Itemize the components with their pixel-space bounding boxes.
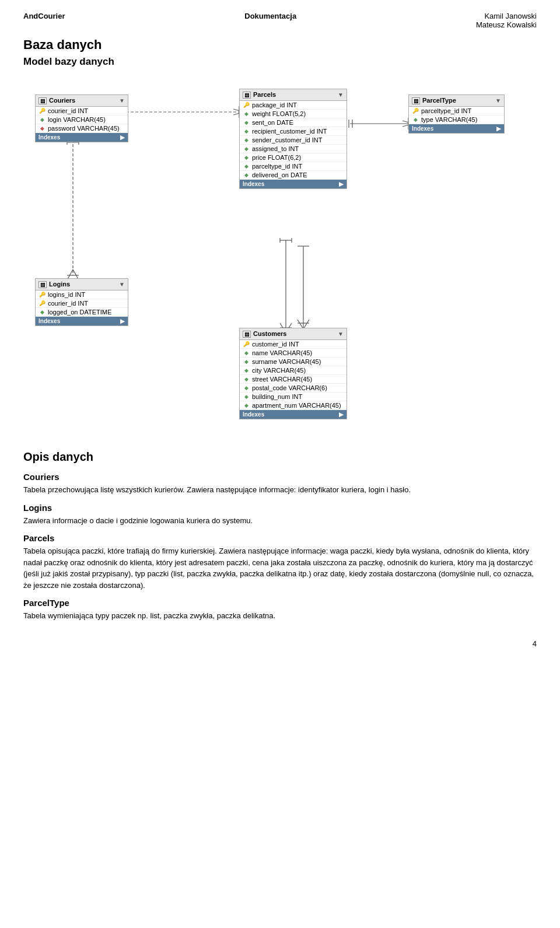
couriers-desc: Tabela przechowująca listę wszystkich ku… <box>23 484 537 496</box>
parcels-desc: Tabela opisująca paczki, które trafiają … <box>23 545 537 591</box>
header-right: Kamil Janowski Mateusz Kowalski <box>476 12 537 29</box>
field-row: ◆ postal_code VARCHAR(6) <box>240 384 346 393</box>
customers-title: Customers <box>253 330 286 337</box>
logins-title: Logins <box>49 281 70 288</box>
logins-desc: Zawiera informacje o dacie i godzinie lo… <box>23 515 537 527</box>
key-icon: 🔑 <box>38 300 46 307</box>
couriers-heading: Couriers <box>23 472 537 482</box>
table-icon: ▤ <box>38 97 47 104</box>
field-row: ◆ type VARCHAR(45) <box>409 115 504 124</box>
parceltype-title: ParcelType <box>422 97 456 104</box>
logins-indexes: Indexes ▶ <box>36 317 128 325</box>
field-row: ◆ delivered_on DATE <box>240 171 346 180</box>
sub-title: Model bazy danych <box>23 56 537 68</box>
diamond-icon: ◆ <box>243 402 250 409</box>
indexes-arrow: ▶ <box>496 125 501 132</box>
field-row: 🔑 package_id INT <box>240 101 346 110</box>
couriers-arrow: ▼ <box>119 97 125 104</box>
parcels-title: Parcels <box>253 91 276 98</box>
field-row: ◆ recipient_customer_id INT <box>240 127 346 136</box>
indexes-arrow: ▶ <box>120 318 125 324</box>
table-icon: ▤ <box>243 92 251 99</box>
diamond-icon: ◆ <box>243 145 250 152</box>
key-icon: 🔑 <box>38 107 46 114</box>
field-row: ◆ sender_customer_id INT <box>240 136 346 145</box>
field-text: recipient_customer_id INT <box>252 128 327 135</box>
field-row: 🔑 customer_id INT <box>240 340 346 349</box>
customers-header: ▤Customers ▼ <box>240 328 346 340</box>
field-row: ◆ street VARCHAR(45) <box>240 375 346 384</box>
parceltype-indexes: Indexes ▶ <box>409 124 504 133</box>
field-text: name VARCHAR(45) <box>252 349 312 356</box>
field-text: type VARCHAR(45) <box>421 116 477 123</box>
indexes-label: Indexes <box>412 125 433 132</box>
opis-section: Opis danych Couriers Tabela przechowując… <box>23 450 537 622</box>
author-line2: Mateusz Kowalski <box>476 20 537 29</box>
indexes-arrow: ▶ <box>120 134 125 141</box>
parceltype-header: ▤ParcelType ▼ <box>409 95 504 107</box>
field-text: logged_on DATETIME <box>48 309 111 316</box>
couriers-table: ▤Couriers ▼ 🔑 courier_id INT ◆ login VAR… <box>35 94 128 142</box>
field-row: 🔑 courier_id INT <box>36 107 128 115</box>
field-row: 🔑 logins_id INT <box>36 290 128 299</box>
logins-header: ▤Logins ▼ <box>36 279 128 290</box>
diamond-icon: ◆ <box>38 309 46 316</box>
table-icon: ▤ <box>243 331 251 338</box>
diamond-icon: ◆ <box>243 367 250 374</box>
diamond-icon: ◆ <box>243 376 250 383</box>
couriers-title: Couriers <box>49 97 75 104</box>
diamond-icon: ◆ <box>412 116 419 123</box>
field-row: 🔑 courier_id INT <box>36 299 128 308</box>
opis-title: Opis danych <box>23 450 537 464</box>
field-text: logins_id INT <box>48 291 85 298</box>
field-row: ◆ apartment_num VARCHAR(45) <box>240 401 346 410</box>
diamond-icon: ◆ <box>243 358 250 365</box>
indexes-label: Indexes <box>243 181 264 187</box>
customers-indexes: Indexes ▶ <box>240 410 346 419</box>
diamond-icon: ◆ <box>243 136 250 143</box>
couriers-header: ▤Couriers ▼ <box>36 95 128 107</box>
header-center: Dokumentacja <box>244 12 296 20</box>
couriers-indexes: Indexes ▶ <box>36 133 128 142</box>
field-text: weight FLOAT(5,2) <box>252 110 306 117</box>
indexes-label: Indexes <box>38 318 60 324</box>
page-header: AndCourier Dokumentacja Kamil Janowski M… <box>23 12 537 29</box>
diamond-icon: ◆ <box>243 110 250 117</box>
indexes-label: Indexes <box>243 411 264 418</box>
field-text: sent_on DATE <box>252 119 293 126</box>
customers-table: ▤Customers ▼ 🔑 customer_id INT ◆ name VA… <box>239 328 347 419</box>
main-title: Baza danych <box>23 37 537 52</box>
parcels-header: ▤Parcels ▼ <box>240 89 346 101</box>
logins-arrow: ▼ <box>119 281 125 288</box>
field-row: ◆ sent_on DATE <box>240 118 346 127</box>
field-row: ◆ weight FLOAT(5,2) <box>240 110 346 118</box>
table-icon: ▤ <box>38 281 47 288</box>
field-text: street VARCHAR(45) <box>252 376 312 383</box>
field-text: courier_id INT <box>48 107 88 114</box>
field-text: parceltype_id INT <box>252 163 302 170</box>
field-text: postal_code VARCHAR(6) <box>252 384 327 391</box>
field-text: password VARCHAR(45) <box>48 125 120 132</box>
parcels-indexes: Indexes ▶ <box>240 180 346 188</box>
field-row: ◆ name VARCHAR(45) <box>240 349 346 358</box>
diamond-icon: ◆ <box>243 119 250 126</box>
field-text: price FLOAT(6,2) <box>252 154 301 161</box>
diamond-icon: ◆ <box>243 384 250 391</box>
field-text: courier_id INT <box>48 300 88 307</box>
key-icon: 🔑 <box>38 291 46 298</box>
logins-heading: Logins <box>23 503 537 513</box>
field-text: surname VARCHAR(45) <box>252 358 321 365</box>
field-text: login VARCHAR(45) <box>48 116 106 123</box>
parceltype-table: ▤ParcelType ▼ 🔑 parceltype_id INT ◆ type… <box>408 94 505 134</box>
field-row: 🔑 parceltype_id INT <box>409 107 504 115</box>
diamond-icon: ◆ <box>243 349 250 356</box>
parceltype-arrow: ▼ <box>495 97 501 104</box>
diamond-icon: ◆ <box>243 128 250 135</box>
field-text: sender_customer_id INT <box>252 136 322 143</box>
field-text: parceltype_id INT <box>421 107 471 114</box>
field-row: ◆ price FLOAT(6,2) <box>240 153 346 162</box>
parceltype-desc: Tabela wymieniająca typy paczek np. list… <box>23 610 537 622</box>
author-line1: Kamil Janowski <box>476 12 537 20</box>
indexes-arrow: ▶ <box>339 181 344 187</box>
parcels-heading: Parcels <box>23 533 537 543</box>
